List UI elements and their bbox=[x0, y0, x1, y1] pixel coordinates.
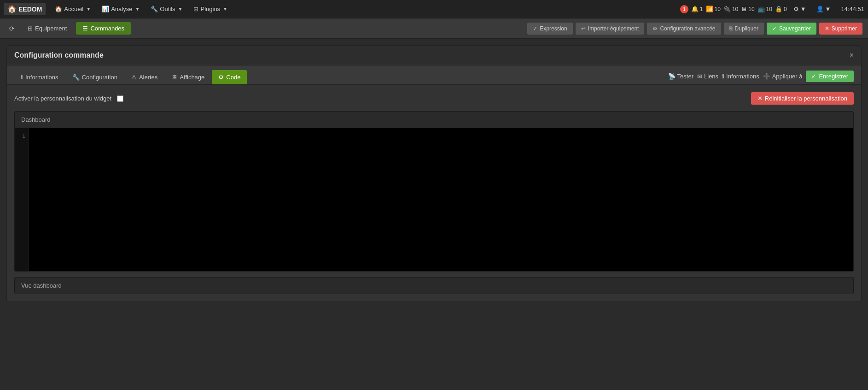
tab-configuration[interactable]: 🔧 Configuration bbox=[66, 70, 124, 84]
close-panel-button[interactable]: × bbox=[850, 51, 854, 59]
tester-icon: 📡 bbox=[668, 73, 676, 80]
tab-actions: 📡 Tester ✉ Liens ℹ Informations ➕ Appliq… bbox=[668, 71, 854, 84]
user-icon: 👤 bbox=[816, 6, 824, 12]
liens-icon: ✉ bbox=[697, 73, 702, 80]
nav-outils[interactable]: 🔧 Outils ▼ bbox=[146, 3, 187, 15]
accueil-label: Accueil bbox=[64, 6, 83, 12]
config-panel-title: Configuration commande bbox=[14, 51, 104, 59]
code-editor-wrapper: 1 bbox=[15, 128, 853, 271]
line-1: 1 bbox=[18, 132, 25, 140]
vue-section: Vue dashboard bbox=[14, 277, 854, 294]
dupliquer-button[interactable]: ⎘ Dupliquer bbox=[724, 23, 764, 35]
wrench-icon: 🔧 bbox=[72, 74, 80, 81]
tab-alertes[interactable]: ⚠ Alertes bbox=[125, 70, 164, 84]
dupliquer-icon: ⎘ bbox=[729, 25, 733, 32]
gear-icon: ⚙ bbox=[793, 6, 799, 12]
screen-count: 10 bbox=[748, 6, 754, 12]
analyse-icon: 📊 bbox=[102, 6, 109, 12]
enregistrer-check-icon: ✓ bbox=[811, 73, 816, 80]
gear-caret: ▼ bbox=[800, 6, 806, 12]
nav-accueil[interactable]: 🏠 Accueil ▼ bbox=[50, 3, 95, 15]
stat-group-signal: 📶 10 bbox=[706, 6, 721, 12]
expression-button[interactable]: ✓ Expression bbox=[527, 23, 572, 35]
tester-label: Tester bbox=[677, 73, 693, 80]
plug-count: 10 bbox=[732, 6, 738, 12]
vue-dashboard-label: Vue dashboard bbox=[21, 282, 62, 289]
appliquer-link[interactable]: ➕ Appliquer à bbox=[763, 73, 803, 80]
config-avancee-icon: ⚙ bbox=[652, 25, 658, 32]
equipement-label: Equipement bbox=[35, 25, 67, 32]
dashboard-label: Dashboard bbox=[21, 116, 51, 123]
tv-count: 10 bbox=[766, 6, 772, 12]
plugins-caret: ▼ bbox=[223, 6, 227, 12]
code-icon: ⚙ bbox=[218, 74, 224, 81]
outils-label: Outils bbox=[160, 6, 175, 12]
plug-icon: 🔌 bbox=[723, 6, 731, 12]
plus-icon: ➕ bbox=[763, 73, 770, 80]
toolbar: ⟳ ⊞ Equipement ☰ Commandes ✓ Expression … bbox=[0, 18, 868, 39]
informations-link-label: Informations bbox=[726, 73, 759, 80]
tab-code[interactable]: ⚙ Code bbox=[212, 70, 247, 84]
warning-icon: ⚠ bbox=[131, 74, 137, 81]
back-button[interactable]: ⟳ bbox=[6, 22, 18, 35]
navbar: 🏠 EEDOM 🏠 Accueil ▼ 📊 Analyse ▼ 🔧 Outils… bbox=[0, 0, 868, 18]
dashboard-header[interactable]: Dashboard bbox=[15, 112, 853, 128]
importer-icon: ↩ bbox=[581, 25, 586, 32]
clock: 14:44:51 bbox=[841, 6, 864, 12]
tab-commandes[interactable]: ☰ Commandes bbox=[76, 22, 131, 35]
reinit-label: Réinitialiser la personnalisation bbox=[765, 95, 847, 102]
accueil-caret: ▼ bbox=[86, 6, 91, 12]
tab-informations[interactable]: ℹ Informations bbox=[14, 70, 65, 84]
liens-link[interactable]: ✉ Liens bbox=[697, 73, 718, 80]
lock-icon: 🔒 bbox=[775, 6, 782, 12]
home-icon: 🏠 bbox=[55, 6, 62, 12]
config-avancee-button[interactable]: ⚙ Configuration avancée bbox=[647, 23, 721, 35]
stat-group-screen: 🖥 10 bbox=[741, 6, 754, 12]
lock-count: 0 bbox=[784, 6, 787, 12]
screen-icon: 🖥 bbox=[741, 6, 747, 12]
outils-icon: 🔧 bbox=[151, 6, 158, 12]
vue-header: Vue dashboard bbox=[15, 278, 853, 294]
affichage-tab-label: Affichage bbox=[180, 74, 204, 81]
bell-icon: 🔔 bbox=[691, 6, 699, 12]
plugins-icon: ⊞ bbox=[193, 6, 198, 12]
config-body: Activer la personnalisation du widget ✕ … bbox=[7, 85, 861, 301]
nav-plugins[interactable]: ⊞ Plugins ▼ bbox=[189, 3, 232, 15]
importer-button[interactable]: ↩ Importer équipement bbox=[576, 23, 645, 35]
signal-icon: 📶 bbox=[706, 6, 713, 12]
toolbar-actions: ✓ Expression ↩ Importer équipement ⚙ Con… bbox=[527, 23, 862, 35]
main-content: Configuration commande × ℹ Informations … bbox=[0, 39, 868, 308]
sauvegarder-button[interactable]: ✓ Sauvegarder bbox=[767, 23, 816, 35]
sauvegarder-icon: ✓ bbox=[772, 25, 777, 32]
app-brand[interactable]: 🏠 EEDOM bbox=[4, 3, 46, 15]
config-panel-header: Configuration commande × bbox=[7, 46, 861, 65]
tab-equipement[interactable]: ⊞ Equipement bbox=[21, 22, 73, 35]
enregistrer-label: Enregistrer bbox=[819, 73, 848, 80]
expression-check-icon: ✓ bbox=[533, 25, 537, 32]
alertes-tab-label: Alertes bbox=[139, 74, 157, 81]
informations-link[interactable]: ℹ Informations bbox=[722, 73, 759, 80]
stat-group-lock: 🔒 0 bbox=[775, 6, 787, 12]
stat-group-tv: 📺 10 bbox=[757, 6, 772, 12]
settings-btn[interactable]: ⚙ ▼ bbox=[790, 4, 810, 14]
appliquer-label: Appliquer à bbox=[772, 73, 803, 80]
house-icon: 🏠 bbox=[7, 5, 17, 13]
plugins-label: Plugins bbox=[200, 6, 220, 12]
nav-analyse[interactable]: 📊 Analyse ▼ bbox=[97, 3, 144, 15]
activate-checkbox[interactable] bbox=[117, 95, 123, 102]
code-tab-label: Code bbox=[226, 74, 240, 81]
user-btn[interactable]: 👤 ▼ bbox=[813, 4, 835, 14]
line-numbers: 1 bbox=[15, 128, 29, 271]
supprimer-button[interactable]: ✕ Supprimer bbox=[819, 23, 862, 35]
enregistrer-button[interactable]: ✓ Enregistrer bbox=[806, 71, 854, 82]
commandes-label: Commandes bbox=[90, 25, 124, 32]
tv-icon: 📺 bbox=[757, 6, 765, 12]
tab-affichage[interactable]: 🖥 Affichage bbox=[165, 70, 211, 84]
reinit-button[interactable]: ✕ Réinitialiser la personnalisation bbox=[751, 92, 854, 105]
back-icon: ⟳ bbox=[9, 25, 15, 32]
tester-link[interactable]: 📡 Tester bbox=[668, 73, 693, 80]
brand-label: EEDOM bbox=[18, 6, 42, 13]
bell-count: 1 bbox=[700, 6, 703, 12]
code-textarea[interactable] bbox=[29, 128, 853, 271]
monitor-icon: 🖥 bbox=[171, 74, 177, 81]
